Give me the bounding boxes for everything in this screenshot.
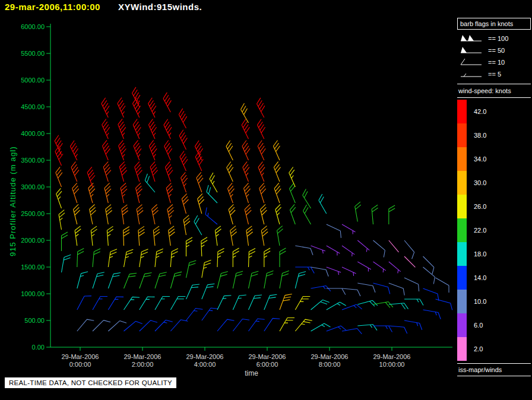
wind-barb <box>138 226 145 246</box>
wind-barb <box>264 294 277 310</box>
wind-barb <box>280 248 286 267</box>
legend-panel: barb flags in knots == 100== 50== 10== 5… <box>457 18 531 376</box>
speed-swatch <box>457 242 467 266</box>
wind-barb <box>210 173 217 192</box>
wind-barb <box>181 172 188 192</box>
speed-scale-row: 14.0 <box>457 266 531 290</box>
wind-barb <box>134 140 141 160</box>
wind-barb <box>280 318 294 332</box>
x-tick-date: 29-Mar-2006 <box>124 353 162 360</box>
wind-barb <box>56 188 62 208</box>
wind-barb <box>311 246 325 253</box>
wind-barb <box>118 98 125 118</box>
wind-barb <box>108 321 126 331</box>
wind-barb <box>170 272 182 288</box>
speed-swatch <box>457 123 467 147</box>
wind-barb <box>295 267 314 273</box>
wind-barb <box>227 162 233 182</box>
wind-barb <box>311 300 330 310</box>
wind-barb <box>246 226 253 246</box>
x-tick-time: 4:00:00 <box>194 361 216 368</box>
wind-barb <box>102 119 110 139</box>
wind-barb <box>373 302 393 308</box>
speed-swatch-label: 6.0 <box>474 322 483 329</box>
wind-barb <box>62 232 68 251</box>
wind-barb <box>389 240 399 252</box>
wind-barb <box>121 183 127 204</box>
wind-barb <box>77 319 94 331</box>
wind-barb <box>77 248 84 267</box>
wind-barb <box>74 204 80 224</box>
wind-barb <box>170 249 178 267</box>
wind-barb <box>91 226 97 246</box>
wind-barb <box>148 119 156 139</box>
wind-barb <box>93 297 107 310</box>
wind-barb <box>217 272 228 289</box>
wind-barb <box>274 161 280 182</box>
wind-barb <box>226 141 233 160</box>
speed-scale-row: 22.0 <box>457 218 531 242</box>
wind-barb <box>140 249 148 267</box>
wind-barb <box>327 267 341 275</box>
wind-barb <box>152 205 159 225</box>
x-tick-time: 0:00:00 <box>69 361 91 368</box>
flag-icon <box>458 46 483 55</box>
wind-barb <box>261 204 267 224</box>
wind-barb <box>274 183 281 203</box>
wind-barb <box>357 283 375 293</box>
wind-barb <box>327 224 341 238</box>
y-tick-label: 3000.00 <box>21 183 45 191</box>
wind-barb <box>355 202 361 221</box>
wind-barb <box>372 205 378 224</box>
wind-barb <box>205 208 217 225</box>
wind-barb <box>357 300 378 306</box>
wind-barb <box>170 297 185 310</box>
wind-barb <box>202 308 218 320</box>
wind-barb <box>342 288 360 296</box>
wind-barb <box>77 296 91 310</box>
wind-barb <box>264 248 270 267</box>
wind-barb <box>122 205 128 224</box>
wind-barb <box>108 273 121 289</box>
wind-barb <box>71 161 79 182</box>
x-tick-date: 29-Mar-2006 <box>373 353 411 360</box>
wind-barb <box>389 205 395 224</box>
wind-barb <box>249 248 256 267</box>
wind-barb <box>186 284 200 299</box>
wind-barb <box>227 183 234 203</box>
wind-barb <box>244 183 251 203</box>
wind-barb <box>404 278 419 291</box>
wind-barb <box>180 151 188 172</box>
wind-barb <box>166 183 173 203</box>
barb-legend-row: == 10 <box>458 56 531 68</box>
credit-label: iss-mapr/winds <box>458 366 502 373</box>
wind-barb <box>273 141 280 161</box>
wind-barb <box>342 267 356 276</box>
speed-color-scale: 42.038.034.030.026.022.018.014.010.06.02… <box>457 98 531 361</box>
wind-barb <box>197 172 203 192</box>
wind-barb <box>373 240 385 258</box>
wind-barb <box>124 227 130 246</box>
wind-barb <box>215 226 221 246</box>
wind-barb <box>249 295 262 310</box>
speed-scale-row: 34.0 <box>457 147 531 171</box>
wind-barb <box>124 297 140 310</box>
wind-barb <box>264 271 274 288</box>
wind-barb <box>233 319 249 332</box>
wind-barb <box>436 299 452 310</box>
x-tick-date: 29-Mar-2006 <box>62 353 99 360</box>
wind-barb <box>93 320 110 331</box>
y-tick-label: 5500.00 <box>21 50 45 57</box>
speed-scale-row: 18.0 <box>457 242 531 266</box>
wind-barb <box>72 183 79 203</box>
wind-barb <box>261 226 268 246</box>
speed-swatch <box>457 147 467 171</box>
y-tick-label: 2000.00 <box>21 237 45 244</box>
wind-barb <box>153 226 160 246</box>
wind-barb <box>259 183 266 203</box>
wind-barb <box>150 161 158 182</box>
wind-barb <box>135 161 142 182</box>
wind-barb <box>257 119 265 139</box>
speed-scale-row: 2.0 <box>457 337 531 361</box>
wind-barb <box>179 130 187 150</box>
